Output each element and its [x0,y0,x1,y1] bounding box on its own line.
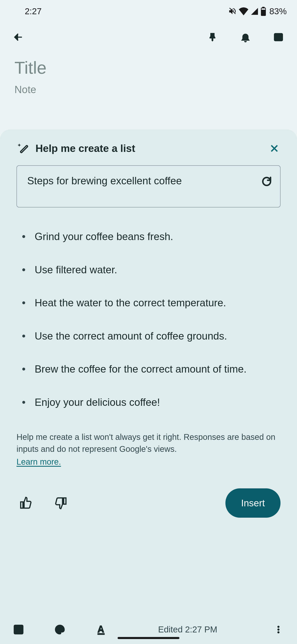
list-item: Enjoy your delicious coffee! [18,396,281,409]
magic-wand-icon [16,142,30,155]
svg-point-10 [278,626,279,628]
bullet-icon [22,368,25,370]
color-palette-button[interactable] [49,619,70,640]
list-item: Use the correct amount of coffee grounds… [18,330,281,343]
add-content-button[interactable] [8,619,29,640]
list-item: Use filtered water. [18,264,281,276]
reminder-button[interactable] [235,27,256,48]
status-time: 2:27 [25,6,42,16]
palette-icon [54,624,66,635]
cell-signal-icon [250,7,259,16]
svg-rect-9 [98,634,105,635]
list-item: Heat the water to the correct temperatur… [18,296,281,310]
note-editor [0,52,297,96]
insert-button[interactable]: Insert [225,488,281,518]
bullet-icon [22,235,25,238]
bullet-icon [22,301,25,304]
svg-rect-2 [262,8,265,10]
bottom-toolbar: Edited 2:27 PM [0,615,297,644]
arrow-back-icon [13,31,24,43]
thumbs-up-button[interactable] [16,494,35,512]
svg-point-8 [62,628,63,630]
more-vert-icon [274,625,283,634]
thumbs-up-icon [19,496,32,510]
pin-icon [208,32,217,42]
regenerate-button[interactable] [260,174,274,188]
feedback-row: Insert [16,488,281,518]
assist-header: Help me create a list [16,142,281,155]
list-item: Grind your coffee beans fresh. [18,230,281,243]
close-button[interactable] [268,142,281,154]
svg-point-6 [58,627,60,628]
status-bar: 2:27 83% [0,0,297,23]
back-button[interactable] [8,27,29,48]
nav-handle[interactable] [118,637,179,639]
list-item: Brew the coffee for the correct amount o… [18,363,281,376]
app-bar [0,23,297,52]
svg-rect-1 [262,7,265,8]
svg-point-11 [278,629,279,630]
more-options-button[interactable] [268,619,289,640]
wifi-icon [239,7,248,16]
refresh-icon [261,176,273,187]
text-format-icon [95,624,107,635]
archive-button[interactable] [268,27,289,48]
volume-mute-icon [228,7,237,16]
archive-icon [273,32,284,42]
add-box-icon [13,624,24,635]
note-body-input[interactable] [14,84,283,96]
thumbs-down-button[interactable] [51,494,70,512]
bell-add-icon [240,32,251,42]
learn-more-link[interactable]: Learn more. [16,456,61,468]
svg-point-12 [278,632,279,633]
battery-icon [261,7,266,16]
bullet-icon [22,334,25,338]
title-input[interactable] [14,58,283,78]
bullet-icon [22,268,25,271]
prompt-text: Steps for brewing excellent coffee [27,174,260,188]
assist-title: Help me create a list [35,142,262,154]
close-icon [269,143,280,154]
svg-point-5 [57,628,58,630]
status-icons: 83% [228,6,287,16]
assist-card: Help me create a list Steps for brewing … [0,130,297,615]
edited-timestamp: Edited 2:27 PM [107,624,268,634]
generated-list: Grind your coffee beans fresh. Use filte… [16,230,281,429]
prompt-box[interactable]: Steps for brewing excellent coffee [16,165,281,208]
thumbs-down-icon [54,496,68,510]
disclaimer: Help me create a list won't always get i… [16,431,281,468]
bullet-icon [22,401,25,404]
svg-point-7 [60,627,62,628]
pin-button[interactable] [202,27,223,48]
battery-percent: 83% [269,6,287,16]
